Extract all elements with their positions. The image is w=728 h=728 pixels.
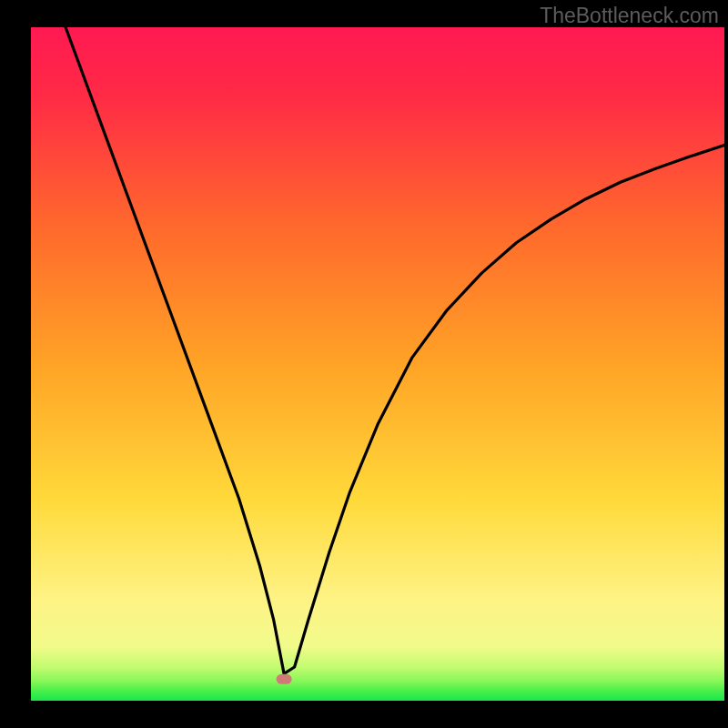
bottleneck-chart <box>0 0 728 728</box>
watermark-text: TheBottleneck.com <box>540 4 719 28</box>
optimal-point-marker <box>277 674 292 684</box>
gradient-background <box>31 27 724 701</box>
chart-frame: TheBottleneck.com <box>0 0 728 728</box>
